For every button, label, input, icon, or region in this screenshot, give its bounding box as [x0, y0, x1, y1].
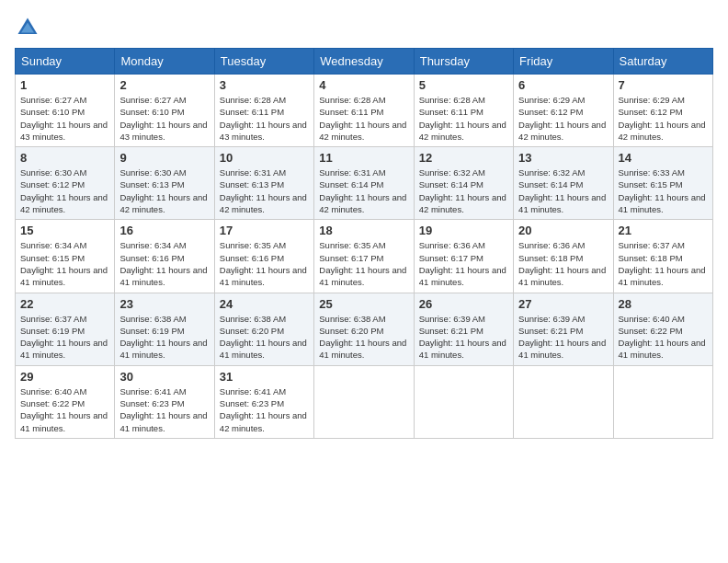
day-info: Sunrise: 6:35 AMSunset: 6:17 PMDaylight:… — [319, 239, 408, 288]
calendar-week-row: 1 Sunrise: 6:27 AMSunset: 6:10 PMDayligh… — [16, 75, 713, 147]
calendar-cell: 1 Sunrise: 6:27 AMSunset: 6:10 PMDayligh… — [16, 75, 115, 147]
day-number: 7 — [619, 78, 708, 92]
day-info: Sunrise: 6:28 AMSunset: 6:11 PMDaylight:… — [319, 94, 408, 143]
logo — [15, 15, 44, 40]
day-info: Sunrise: 6:27 AMSunset: 6:10 PMDaylight:… — [119, 94, 209, 143]
day-info: Sunrise: 6:36 AMSunset: 6:17 PMDaylight:… — [419, 239, 508, 288]
day-number: 4 — [319, 78, 408, 92]
calendar-cell — [514, 365, 613, 438]
day-number: 5 — [419, 78, 508, 92]
calendar-cell: 2 Sunrise: 6:27 AMSunset: 6:10 PMDayligh… — [115, 75, 214, 147]
day-number: 15 — [20, 224, 109, 237]
day-number: 25 — [319, 297, 408, 311]
calendar-cell: 22 Sunrise: 6:37 AMSunset: 6:19 PMDaylig… — [16, 293, 115, 365]
calendar-cell: 6 Sunrise: 6:29 AMSunset: 6:12 PMDayligh… — [514, 75, 613, 147]
day-info: Sunrise: 6:40 AMSunset: 6:22 PMDaylight:… — [20, 385, 109, 434]
day-number: 22 — [20, 297, 109, 311]
day-number: 18 — [319, 224, 408, 237]
calendar-cell: 13 Sunrise: 6:32 AMSunset: 6:14 PMDaylig… — [514, 147, 613, 220]
calendar-cell: 24 Sunrise: 6:38 AMSunset: 6:20 PMDaylig… — [214, 293, 313, 365]
calendar-week-row: 22 Sunrise: 6:37 AMSunset: 6:19 PMDaylig… — [16, 293, 713, 365]
calendar-cell: 20 Sunrise: 6:36 AMSunset: 6:18 PMDaylig… — [514, 220, 613, 293]
calendar-cell: 3 Sunrise: 6:28 AMSunset: 6:11 PMDayligh… — [214, 75, 313, 147]
calendar-cell: 27 Sunrise: 6:39 AMSunset: 6:21 PMDaylig… — [514, 293, 613, 365]
calendar-cell: 14 Sunrise: 6:33 AMSunset: 6:15 PMDaylig… — [613, 147, 712, 220]
day-number: 29 — [20, 370, 109, 384]
calendar-cell: 8 Sunrise: 6:30 AMSunset: 6:12 PMDayligh… — [16, 147, 115, 220]
calendar-cell: 18 Sunrise: 6:35 AMSunset: 6:17 PMDaylig… — [314, 220, 414, 293]
day-info: Sunrise: 6:36 AMSunset: 6:18 PMDaylight:… — [518, 239, 608, 288]
column-header-friday: Friday — [514, 49, 613, 75]
day-number: 1 — [20, 78, 109, 92]
page-header — [15, 15, 713, 40]
day-info: Sunrise: 6:38 AMSunset: 6:19 PMDaylight:… — [119, 313, 209, 362]
day-number: 30 — [119, 370, 209, 384]
column-header-thursday: Thursday — [414, 49, 513, 75]
calendar-cell: 31 Sunrise: 6:41 AMSunset: 6:23 PMDaylig… — [214, 365, 313, 438]
day-number: 20 — [518, 224, 608, 237]
day-number: 11 — [319, 151, 408, 165]
day-info: Sunrise: 6:38 AMSunset: 6:20 PMDaylight:… — [319, 313, 408, 362]
calendar-cell: 17 Sunrise: 6:35 AMSunset: 6:16 PMDaylig… — [214, 220, 313, 293]
column-header-tuesday: Tuesday — [214, 49, 313, 75]
day-number: 8 — [20, 151, 109, 165]
calendar-cell: 16 Sunrise: 6:34 AMSunset: 6:16 PMDaylig… — [115, 220, 214, 293]
day-number: 9 — [119, 151, 209, 165]
calendar-week-row: 15 Sunrise: 6:34 AMSunset: 6:15 PMDaylig… — [16, 220, 713, 293]
calendar-cell — [314, 365, 414, 438]
day-info: Sunrise: 6:37 AMSunset: 6:19 PMDaylight:… — [20, 313, 109, 362]
day-info: Sunrise: 6:31 AMSunset: 6:13 PMDaylight:… — [220, 167, 309, 215]
day-info: Sunrise: 6:34 AMSunset: 6:16 PMDaylight:… — [119, 239, 209, 288]
calendar-cell: 10 Sunrise: 6:31 AMSunset: 6:13 PMDaylig… — [214, 147, 313, 220]
day-number: 10 — [220, 151, 309, 165]
calendar-cell: 9 Sunrise: 6:30 AMSunset: 6:13 PMDayligh… — [115, 147, 214, 220]
day-info: Sunrise: 6:37 AMSunset: 6:18 PMDaylight:… — [619, 239, 708, 288]
calendar-cell: 15 Sunrise: 6:34 AMSunset: 6:15 PMDaylig… — [16, 220, 115, 293]
day-info: Sunrise: 6:32 AMSunset: 6:14 PMDaylight:… — [419, 167, 508, 215]
day-info: Sunrise: 6:38 AMSunset: 6:20 PMDaylight:… — [220, 313, 309, 362]
calendar-header-row: SundayMondayTuesdayWednesdayThursdayFrid… — [16, 49, 713, 75]
day-number: 27 — [518, 297, 608, 311]
calendar-cell: 7 Sunrise: 6:29 AMSunset: 6:12 PMDayligh… — [613, 75, 712, 147]
day-number: 3 — [220, 78, 309, 92]
day-info: Sunrise: 6:30 AMSunset: 6:13 PMDaylight:… — [119, 167, 209, 215]
day-info: Sunrise: 6:35 AMSunset: 6:16 PMDaylight:… — [220, 239, 309, 288]
column-header-saturday: Saturday — [613, 49, 712, 75]
column-header-wednesday: Wednesday — [314, 49, 414, 75]
day-info: Sunrise: 6:32 AMSunset: 6:14 PMDaylight:… — [518, 167, 608, 215]
day-info: Sunrise: 6:34 AMSunset: 6:15 PMDaylight:… — [20, 239, 109, 288]
day-number: 16 — [119, 224, 209, 237]
calendar-cell: 28 Sunrise: 6:40 AMSunset: 6:22 PMDaylig… — [613, 293, 712, 365]
day-info: Sunrise: 6:41 AMSunset: 6:23 PMDaylight:… — [119, 385, 209, 434]
calendar-cell — [613, 365, 712, 438]
day-info: Sunrise: 6:31 AMSunset: 6:14 PMDaylight:… — [319, 167, 408, 215]
day-info: Sunrise: 6:40 AMSunset: 6:22 PMDaylight:… — [619, 313, 708, 362]
column-header-sunday: Sunday — [16, 49, 115, 75]
day-number: 26 — [419, 297, 508, 311]
day-info: Sunrise: 6:41 AMSunset: 6:23 PMDaylight:… — [220, 385, 309, 434]
day-info: Sunrise: 6:33 AMSunset: 6:15 PMDaylight:… — [619, 167, 708, 215]
day-number: 19 — [419, 224, 508, 237]
calendar-cell: 19 Sunrise: 6:36 AMSunset: 6:17 PMDaylig… — [414, 220, 513, 293]
day-number: 24 — [220, 297, 309, 311]
calendar-cell: 5 Sunrise: 6:28 AMSunset: 6:11 PMDayligh… — [414, 75, 513, 147]
column-header-monday: Monday — [115, 49, 214, 75]
day-number: 28 — [619, 297, 708, 311]
day-number: 2 — [119, 78, 209, 92]
day-number: 14 — [619, 151, 708, 165]
calendar-cell: 11 Sunrise: 6:31 AMSunset: 6:14 PMDaylig… — [314, 147, 414, 220]
day-info: Sunrise: 6:29 AMSunset: 6:12 PMDaylight:… — [619, 94, 708, 143]
calendar-table: SundayMondayTuesdayWednesdayThursdayFrid… — [15, 48, 713, 439]
logo-icon — [15, 15, 40, 40]
calendar-week-row: 8 Sunrise: 6:30 AMSunset: 6:12 PMDayligh… — [16, 147, 713, 220]
day-info: Sunrise: 6:39 AMSunset: 6:21 PMDaylight:… — [518, 313, 608, 362]
day-number: 13 — [518, 151, 608, 165]
day-number: 21 — [619, 224, 708, 237]
calendar-cell — [414, 365, 513, 438]
day-number: 6 — [518, 78, 608, 92]
day-info: Sunrise: 6:28 AMSunset: 6:11 PMDaylight:… — [419, 94, 508, 143]
calendar-week-row: 29 Sunrise: 6:40 AMSunset: 6:22 PMDaylig… — [16, 365, 713, 438]
calendar-cell: 12 Sunrise: 6:32 AMSunset: 6:14 PMDaylig… — [414, 147, 513, 220]
day-info: Sunrise: 6:29 AMSunset: 6:12 PMDaylight:… — [518, 94, 608, 143]
day-number: 31 — [220, 370, 309, 384]
